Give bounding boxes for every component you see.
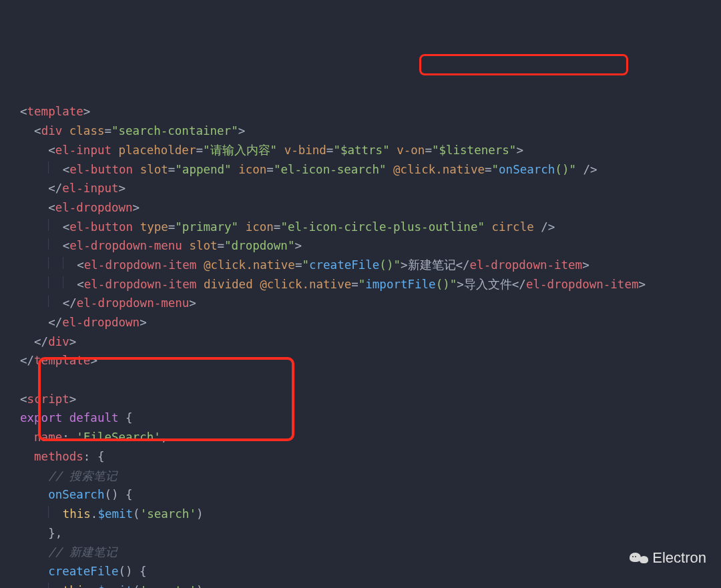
- tag-el-input: el-input: [55, 143, 111, 157]
- wechat-icon: [630, 551, 648, 565]
- comment-search: // 搜索笔记: [48, 469, 117, 483]
- method-createfile: createFile: [48, 565, 118, 578]
- tag-script: script: [27, 392, 69, 406]
- tag-div: div: [41, 124, 63, 137]
- watermark-label: Electron: [652, 546, 706, 570]
- tag-el-button: el-button: [69, 163, 133, 176]
- tag-el-dropdown: el-dropdown: [55, 201, 133, 214]
- highlight-box-click-native: [419, 54, 628, 75]
- comment-create: // 新建笔记: [48, 545, 117, 559]
- method-onsearch: onSearch: [48, 488, 104, 501]
- tag-template: template: [27, 105, 83, 118]
- code-block: <template> <div class="search-container"…: [0, 83, 721, 588]
- watermark: Electron: [630, 546, 706, 570]
